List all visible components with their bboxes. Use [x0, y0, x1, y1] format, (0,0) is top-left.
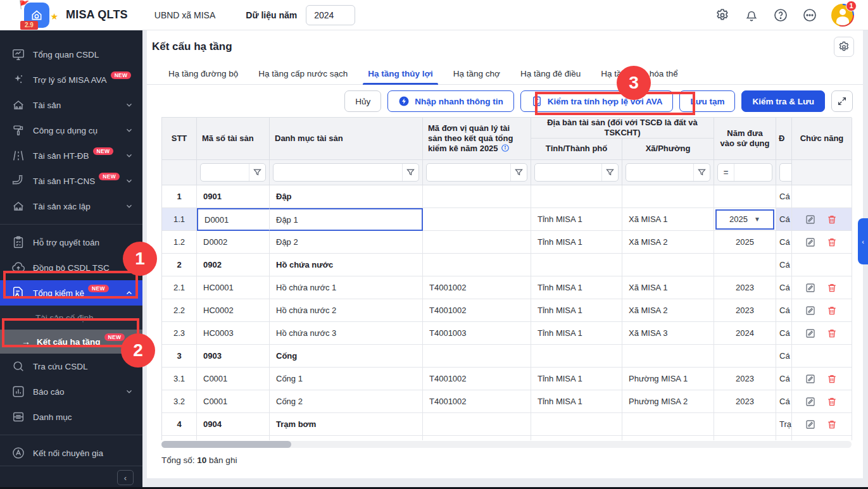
info-icon[interactable]	[501, 144, 510, 152]
cell-ward[interactable]: Xã MISA 2	[622, 299, 714, 322]
scrollbar-thumb[interactable]	[161, 441, 291, 448]
cell-unit-code[interactable]	[423, 413, 531, 436]
check-and-save-button[interactable]: Kiểm tra & Lưu	[741, 90, 825, 112]
sidebar-item-13[interactable]: Tra cứu CSDL	[0, 354, 142, 379]
sidebar-subitem-12[interactable]: →Kết cấu hạ tầngNEW	[0, 330, 142, 354]
table-row-2[interactable]: 20902Hồ chứa nướcCá	[162, 254, 852, 276]
sidebar-item-17[interactable]: Kết nối chuyên gia	[0, 440, 142, 466]
cell-ward[interactable]: Phường MISA 2	[622, 390, 714, 413]
cell-province[interactable]	[531, 185, 622, 208]
col-header-province[interactable]: Tỉnh/Thành phố	[531, 139, 622, 160]
table-row-2.2[interactable]: 2.2HC0002Hồ chứa nước 2T4001002Tỉnh MISA…	[162, 299, 852, 322]
edit-icon[interactable]	[805, 373, 817, 385]
delete-trash-icon[interactable]	[826, 304, 839, 317]
delete-trash-icon[interactable]	[826, 327, 839, 340]
year-dropdown[interactable]: 2025▼	[715, 209, 774, 230]
filter-province[interactable]	[534, 163, 619, 182]
cell-asset-name[interactable]: Cống 1	[270, 368, 423, 390]
cell-asset-name[interactable]: Hồ chứa nước 1	[270, 276, 423, 299]
delete-trash-icon[interactable]	[826, 418, 839, 431]
side-panel-toggle[interactable]: ‹	[858, 218, 868, 264]
cell-unit-code[interactable]	[423, 208, 531, 231]
cell-asset-code[interactable]: HC0001	[197, 276, 270, 299]
sidebar-item-15[interactable]: Danh mục	[0, 404, 142, 430]
sidebar-item-2[interactable]: Tài sản	[0, 92, 142, 118]
delete-trash-icon[interactable]	[826, 236, 839, 249]
validate-ava-button[interactable]: Kiểm tra tính hợp lệ với AVA	[520, 90, 674, 112]
cell-asset-name[interactable]: Trạm bơm	[270, 413, 423, 436]
filter-province-input[interactable]	[535, 164, 601, 181]
tab-1[interactable]: Hạ tầng cấp nước sạch	[248, 63, 358, 84]
cell-province[interactable]: Tỉnh MISA 1	[531, 322, 622, 345]
sidebar-item-10[interactable]: Tổng kiểm kêNEW	[0, 280, 142, 306]
table-row-2.3[interactable]: 2.3HC0003Hồ chứa nước 3T4001003Tỉnh MISA…	[162, 322, 852, 345]
cell-asset-name[interactable]: Cống	[270, 345, 423, 368]
cell-unit-code[interactable]: T4001002	[423, 276, 531, 299]
cell-ward[interactable]: Xã MISA 1	[622, 208, 714, 231]
cell-asset-name[interactable]: Đập 1	[270, 208, 423, 231]
cell-asset-code[interactable]: C0001	[197, 368, 270, 390]
cell-unit-code[interactable]: T4001002	[423, 299, 531, 322]
delete-trash-icon[interactable]	[826, 373, 839, 385]
table-row-3.1[interactable]: 3.1C0001Cống 1T4001002Tỉnh MISA 1Phường …	[162, 368, 852, 390]
save-temp-button[interactable]: Lưu tạm	[679, 90, 735, 112]
table-row-4[interactable]: 40904Trạm bơmTrạ	[162, 413, 852, 436]
filter-ward[interactable]	[626, 163, 710, 182]
table-row-1[interactable]: 10901ĐậpCá	[162, 185, 852, 208]
cell-asset-name[interactable]: Hồ chứa nước 3	[270, 322, 423, 345]
sidebar-item-0[interactable]: Tổng quan CSDL	[0, 42, 142, 67]
sidebar-item-14[interactable]: Báo cáo	[0, 379, 142, 404]
filter-name-input[interactable]	[274, 164, 402, 181]
edit-icon[interactable]	[805, 213, 817, 226]
data-year-input[interactable]	[306, 5, 355, 25]
cell-ward[interactable]	[622, 185, 714, 208]
cell-asset-name[interactable]: Cống 2	[270, 390, 423, 413]
table-row-3[interactable]: 30903CốngCá	[162, 345, 852, 368]
filter-year[interactable]: =	[717, 163, 772, 182]
table-row-3.2[interactable]: 3.2C0001Cống 2T4001002Tỉnh MISA 1Phường …	[162, 390, 852, 413]
cell-year[interactable]: 2023	[714, 299, 776, 322]
cell-province[interactable]: Tỉnh MISA 1	[531, 276, 622, 299]
cell-province[interactable]: Tỉnh MISA 1	[531, 208, 622, 231]
cell-province[interactable]: Tỉnh MISA 1	[531, 390, 622, 413]
cell-ward[interactable]: Xã MISA 1	[622, 276, 714, 299]
cell-asset-code[interactable]: HC0002	[197, 299, 270, 322]
delete-trash-icon[interactable]	[826, 395, 839, 408]
cell-asset-name[interactable]: Đập	[270, 185, 423, 208]
sidebar-item-3[interactable]: Công cụ dụng cụ	[0, 118, 142, 143]
sidebar-collapse-button[interactable]: ‹	[117, 470, 134, 485]
cell-province[interactable]: Tỉnh MISA 1	[531, 368, 622, 390]
cell-province[interactable]	[531, 413, 622, 436]
table-row-2.1[interactable]: 2.1HC0001Hồ chứa nước 1T4001002Tỉnh MISA…	[162, 276, 852, 299]
tab-3[interactable]: Hạ tầng chợ	[443, 63, 510, 84]
cell-ward[interactable]: Phường MISA 1	[622, 368, 714, 390]
edit-icon[interactable]	[805, 236, 817, 249]
edit-icon[interactable]	[805, 395, 817, 408]
sidebar-subitem-11[interactable]: Tài sản cố định	[0, 306, 142, 330]
delete-trash-icon[interactable]	[826, 213, 839, 226]
fullscreen-expand-button[interactable]	[831, 90, 853, 112]
filter-funnel-icon[interactable]	[510, 164, 527, 181]
cell-year[interactable]: 2025	[714, 231, 776, 254]
cell-asset-code[interactable]: C0001	[197, 390, 270, 413]
help-icon[interactable]	[773, 8, 788, 23]
filter-funnel-icon[interactable]	[601, 164, 618, 181]
cell-year[interactable]: 2023	[714, 276, 776, 299]
cell-ward[interactable]: Xã MISA 2	[622, 231, 714, 254]
filter-unit-input[interactable]	[427, 164, 510, 181]
cell-year[interactable]	[714, 413, 776, 436]
cell-unit-code[interactable]: T4001002	[423, 368, 531, 390]
cell-ward[interactable]	[622, 345, 714, 368]
filter-funnel-icon[interactable]	[249, 164, 265, 181]
cancel-button[interactable]: Hủy	[344, 90, 381, 112]
cell-asset-code[interactable]: D0001	[197, 208, 270, 231]
cell-unit-code[interactable]: T4001003	[423, 322, 531, 345]
tab-5[interactable]: Hạ tầng văn hóa thể	[591, 63, 688, 84]
filter-name[interactable]	[273, 163, 419, 182]
settings-icon[interactable]	[715, 8, 730, 23]
cell-asset-name[interactable]: Hồ chứa nước	[270, 254, 423, 276]
cell-unit-code[interactable]	[423, 231, 531, 254]
cell-province[interactable]	[531, 345, 622, 368]
col-header-name[interactable]: Danh mục tài sản	[270, 118, 423, 160]
horizontal-scrollbar[interactable]	[161, 441, 852, 448]
